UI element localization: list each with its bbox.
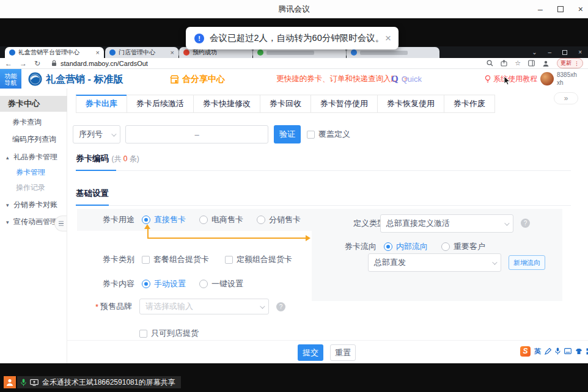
serial-field-select[interactable]: 序列号 bbox=[73, 125, 120, 143]
browser-tab-2[interactable]: 门店管理中心 × bbox=[105, 47, 178, 58]
zoom-icon[interactable] bbox=[487, 60, 493, 67]
checkbox-icon[interactable] bbox=[139, 330, 147, 338]
tab-card-outbound[interactable]: 券卡出库 bbox=[76, 95, 127, 113]
tab-card-quick-edit[interactable]: 券卡快捷修改 bbox=[193, 95, 260, 113]
reload-icon[interactable]: ↻ bbox=[34, 60, 40, 67]
user-sub: xh bbox=[557, 79, 577, 87]
browser-update-button[interactable]: 更新 ⋮ bbox=[557, 58, 583, 68]
radio-label: 手动设置 bbox=[154, 278, 186, 289]
tab-card-void[interactable]: 券卡作废 bbox=[444, 95, 495, 113]
help-icon[interactable]: ? bbox=[521, 219, 530, 228]
quick-search[interactable]: Q Quick bbox=[391, 69, 422, 89]
app-brand-title: 礼盒营销 - 标准版 bbox=[46, 69, 123, 89]
tab-close-icon[interactable]: × bbox=[96, 49, 100, 56]
ime-toolbar: S 英 bbox=[520, 344, 588, 358]
tutorial-link[interactable]: 系统使用教程 bbox=[485, 69, 537, 89]
presale-brand-select[interactable]: 请选择或输入 bbox=[139, 299, 269, 314]
define-type-select[interactable]: 总部直接定义激活 bbox=[380, 214, 513, 233]
sidebar-item-card-management-active[interactable]: 券卡管理 bbox=[0, 167, 67, 178]
sharer-avatar[interactable] bbox=[4, 376, 16, 388]
radio-icon[interactable] bbox=[199, 216, 208, 224]
function-nav-toggle[interactable]: 功能 导航 bbox=[0, 69, 21, 89]
sidebar-item-card-query[interactable]: 券卡查询 bbox=[0, 117, 67, 128]
side-panel-icon[interactable] bbox=[528, 60, 535, 67]
radio-icon[interactable] bbox=[142, 280, 150, 288]
sidebar-item-operation-log[interactable]: 操作记录 bbox=[0, 182, 67, 193]
override-checkbox[interactable] bbox=[307, 131, 315, 139]
close-icon[interactable]: × bbox=[578, 5, 583, 13]
submit-button[interactable]: 提交 bbox=[298, 344, 323, 361]
radio-icon[interactable] bbox=[142, 216, 150, 224]
codes-count-suffix: 条) bbox=[127, 154, 139, 163]
verify-button[interactable]: 验证 bbox=[274, 125, 301, 143]
radio-icon[interactable] bbox=[199, 280, 208, 288]
double-chevron-right-icon: » bbox=[564, 94, 568, 103]
radio-icon[interactable] bbox=[257, 216, 265, 224]
checkbox-label: 只可到店提货 bbox=[151, 328, 199, 339]
more-menu-icon[interactable]: ⋮ bbox=[574, 60, 579, 67]
tab-card-resume[interactable]: 券卡恢复使用 bbox=[377, 95, 444, 113]
sogou-logo-icon[interactable]: S bbox=[520, 346, 531, 357]
url-text[interactable]: standard.maboy.cn/CardsOut bbox=[61, 60, 148, 67]
tab-close-icon[interactable]: × bbox=[171, 49, 174, 56]
flow-target-select[interactable]: 总部直发 bbox=[368, 253, 501, 272]
bookmark-star-icon[interactable]: ☆ bbox=[515, 60, 521, 67]
ime-skin-icon[interactable] bbox=[575, 348, 582, 355]
back-icon[interactable]: ← bbox=[5, 60, 12, 67]
lock-icon[interactable] bbox=[51, 60, 57, 67]
share-center-link[interactable]: 合分享中心 bbox=[170, 69, 225, 89]
checkbox-icon[interactable] bbox=[142, 256, 150, 264]
browser-tab-1[interactable]: 礼盒营销平台管理中心 × bbox=[5, 47, 104, 58]
required-mark: * bbox=[95, 302, 98, 311]
radio-internal-flow[interactable]: 内部流向 bbox=[384, 241, 428, 252]
override-checkbox-row[interactable]: 覆盖定义 bbox=[307, 129, 350, 140]
add-flow-button[interactable]: 新增流向 bbox=[509, 255, 545, 270]
browser-urlbar: ← → ↻ standard.maboy.cn/CardsOut ☆ bbox=[0, 58, 588, 69]
tab-card-suspend[interactable]: 券卡暂停使用 bbox=[311, 95, 378, 113]
codes-section-header: 券卡编码 (共 0 条) bbox=[76, 153, 571, 171]
tab-card-activate[interactable]: 券卡后续激活 bbox=[127, 95, 194, 113]
radio-icon[interactable] bbox=[441, 242, 450, 251]
mic-icon bbox=[21, 379, 26, 387]
quick-entry-link[interactable]: 更快捷的券卡、订单和快递查询入口 ☞ bbox=[276, 69, 409, 89]
person-icon bbox=[6, 378, 14, 387]
serial-range-input[interactable]: – bbox=[125, 125, 268, 143]
sidebar-collapse-handle[interactable] bbox=[54, 216, 67, 231]
radio-distribution-sale[interactable]: 分销售卡 bbox=[257, 214, 301, 225]
ime-mic-icon[interactable] bbox=[555, 347, 560, 355]
browser-maximize-icon[interactable] bbox=[562, 50, 567, 55]
ime-panel-icon[interactable] bbox=[564, 348, 571, 354]
sidebar-item-code-sequence-query[interactable]: 编码序列查询 bbox=[0, 134, 67, 145]
sidebar-group-gift-card-management[interactable]: ▴ 礼品券卡管理 bbox=[0, 151, 67, 162]
radio-icon[interactable] bbox=[384, 242, 392, 251]
sidebar-group-distribution-reconciliation[interactable]: ▾ 分销券卡对账 bbox=[0, 199, 67, 210]
tab-card-recycle[interactable]: 券卡回收 bbox=[260, 95, 311, 113]
override-checkbox-label: 覆盖定义 bbox=[318, 129, 350, 140]
radio-important-customer[interactable]: 重要客户 bbox=[441, 241, 485, 252]
checkbox-combo-pickup-card[interactable]: 套餐组合提货卡 bbox=[142, 254, 209, 265]
checkbox-fixed-combo-pickup-card[interactable]: 定额组合提货卡 bbox=[225, 254, 292, 265]
meeting-bottom-bar: 金禾通技术王斌18662591081的屏幕共享 bbox=[0, 363, 588, 392]
browser-minimize-icon[interactable]: – bbox=[548, 49, 552, 56]
banner-close-icon[interactable]: × bbox=[385, 33, 391, 43]
browser-close-icon[interactable]: × bbox=[578, 49, 582, 56]
forward-icon[interactable]: → bbox=[20, 60, 27, 67]
panel-collapse-button[interactable]: » bbox=[554, 92, 578, 104]
ime-language-toggle[interactable]: 英 bbox=[534, 347, 541, 356]
radio-ecommerce-sale[interactable]: 电商售卡 bbox=[199, 214, 243, 225]
checkbox-icon[interactable] bbox=[225, 256, 233, 264]
profile-icon[interactable] bbox=[542, 60, 549, 67]
radio-one-click-setup[interactable]: 一键设置 bbox=[199, 278, 243, 289]
ime-pen-icon[interactable] bbox=[545, 348, 551, 355]
radio-manual-setup[interactable]: 手动设置 bbox=[142, 278, 186, 289]
minimize-icon[interactable]: – bbox=[538, 5, 543, 13]
help-icon[interactable]: ? bbox=[276, 302, 285, 311]
store-pickup-only-row[interactable]: 只可到店提货 bbox=[139, 328, 199, 339]
tab-search-chevron-icon[interactable]: ⌄ bbox=[532, 49, 537, 56]
maximize-icon[interactable] bbox=[557, 6, 564, 12]
card-content-row: 券卡内容 手动设置 一键设置 bbox=[103, 278, 257, 289]
share-icon[interactable] bbox=[501, 60, 507, 67]
triangle-down-icon: ▾ bbox=[6, 219, 9, 225]
user-avatar[interactable] bbox=[540, 72, 554, 85]
reset-button[interactable]: 重置 bbox=[330, 344, 356, 361]
